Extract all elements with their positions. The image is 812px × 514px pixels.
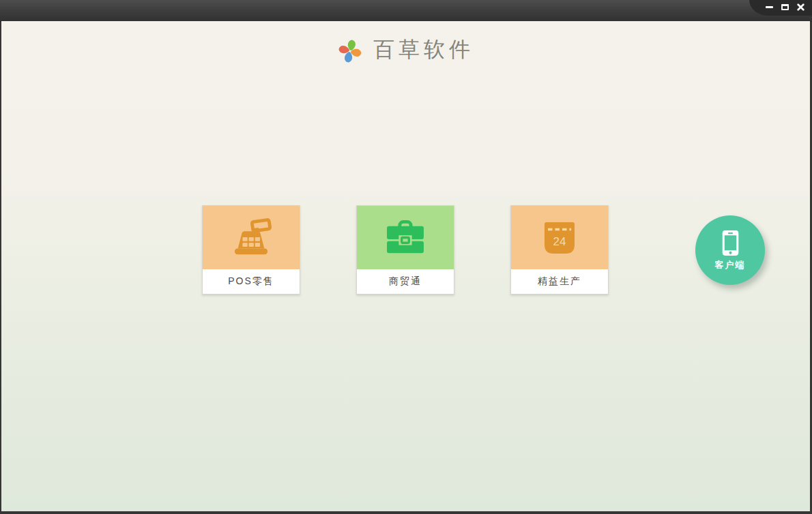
client-button-label: 客户端: [715, 259, 746, 271]
maximize-icon: [781, 4, 789, 10]
product-label-trade: 商贸通: [357, 269, 454, 294]
cash-register-icon: [229, 218, 274, 258]
main-content: 百草软件: [1, 21, 810, 511]
product-card-trade[interactable]: 商贸通: [356, 205, 454, 294]
close-icon: [797, 3, 804, 11]
app-title: 百草软件: [373, 39, 474, 63]
calendar-number: 24: [553, 235, 566, 248]
product-card-lean[interactable]: 24 精益生产: [510, 205, 609, 294]
maximize-button[interactable]: [779, 1, 792, 13]
minimize-icon: [766, 6, 773, 8]
app-window: 百草软件: [0, 0, 812, 514]
window-controls: [749, 0, 812, 16]
briefcase-icon: [384, 220, 426, 256]
close-button[interactable]: [794, 1, 807, 13]
product-label-pos: POS零售: [203, 269, 300, 294]
product-cards: POS零售 商贸通: [202, 205, 609, 294]
product-tile-lean: 24: [511, 206, 608, 269]
app-header: 百草软件: [1, 37, 810, 63]
title-bar[interactable]: [0, 0, 812, 22]
minimize-button[interactable]: [763, 1, 776, 13]
product-card-pos[interactable]: POS零售: [202, 205, 300, 294]
product-label-lean: 精益生产: [511, 269, 608, 294]
client-app-button[interactable]: 客户端: [695, 215, 765, 285]
pinwheel-logo-icon: [337, 37, 363, 63]
calendar-icon: 24: [544, 221, 575, 255]
product-tile-pos: [203, 206, 300, 269]
product-tile-trade: [357, 206, 454, 269]
smartphone-icon: [721, 230, 740, 256]
